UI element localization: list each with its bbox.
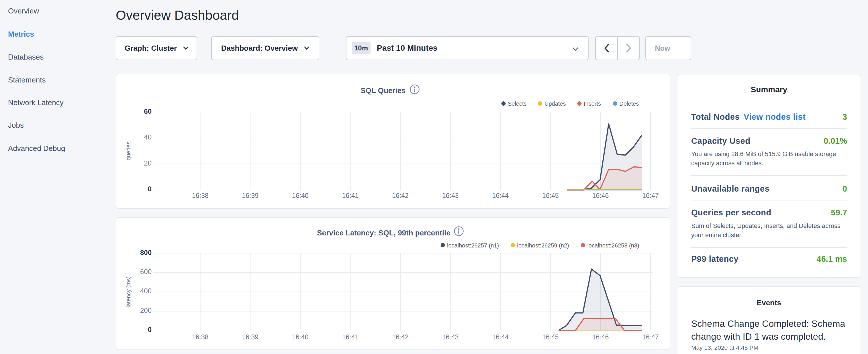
svg-text:0: 0 xyxy=(148,185,152,193)
svg-text:600: 600 xyxy=(140,268,152,276)
svg-text:SQL Queries: SQL Queries xyxy=(361,86,405,95)
svg-text:16:43: 16:43 xyxy=(442,192,459,199)
svg-text:200: 200 xyxy=(140,307,152,314)
svg-text:Selects: Selects xyxy=(508,100,527,107)
svg-text:16:39: 16:39 xyxy=(242,333,259,341)
svg-text:16:47: 16:47 xyxy=(642,333,659,341)
svg-text:16:43: 16:43 xyxy=(442,333,459,341)
svg-text:Updates: Updates xyxy=(545,100,566,107)
svg-text:16:46: 16:46 xyxy=(592,333,609,341)
svg-text:16:38: 16:38 xyxy=(192,192,209,199)
svg-text:40: 40 xyxy=(144,133,152,141)
svg-text:16:46: 16:46 xyxy=(592,192,609,199)
svg-text:16:40: 16:40 xyxy=(292,192,309,199)
svg-text:16:38: 16:38 xyxy=(192,333,209,341)
svg-text:60: 60 xyxy=(144,107,152,115)
svg-text:16:44: 16:44 xyxy=(492,192,509,199)
svg-text:16:45: 16:45 xyxy=(542,192,559,199)
svg-text:Deletes: Deletes xyxy=(620,100,639,107)
svg-text:16:45: 16:45 xyxy=(542,333,559,341)
svg-text:16:41: 16:41 xyxy=(342,192,359,199)
svg-text:localhost:26258 (n3): localhost:26258 (n3) xyxy=(587,242,639,249)
svg-text:20: 20 xyxy=(144,159,152,167)
svg-text:400: 400 xyxy=(140,287,152,295)
svg-text:localhost:26257 (n1): localhost:26257 (n1) xyxy=(447,242,499,249)
svg-text:16:47: 16:47 xyxy=(642,192,659,199)
svg-text:16:40: 16:40 xyxy=(292,333,309,341)
svg-text:queries: queries xyxy=(125,141,131,160)
svg-text:latency (ms): latency (ms) xyxy=(125,277,131,308)
svg-text:16:41: 16:41 xyxy=(342,333,359,341)
svg-text:16:42: 16:42 xyxy=(392,333,409,341)
svg-text:0: 0 xyxy=(148,326,152,333)
svg-text:localhost:26259 (n2): localhost:26259 (n2) xyxy=(517,242,569,249)
svg-text:16:39: 16:39 xyxy=(242,192,259,199)
svg-text:16:44: 16:44 xyxy=(492,333,509,341)
svg-text:800: 800 xyxy=(140,249,152,256)
svg-text:16:42: 16:42 xyxy=(392,192,409,199)
svg-text:Service Latency: SQL, 99th per: Service Latency: SQL, 99th percentile xyxy=(317,229,450,237)
svg-text:Inserts: Inserts xyxy=(584,100,601,107)
